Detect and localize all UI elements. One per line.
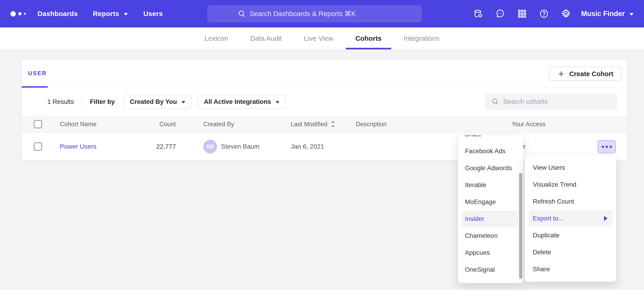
settings-icon[interactable] xyxy=(560,8,572,20)
submenu-item-onesignal[interactable]: OneSignal xyxy=(458,261,524,278)
results-count: 1 Results xyxy=(47,98,74,105)
last-modified-cell: Jan 6, 2021 xyxy=(291,133,324,160)
menu-item-refresh-count[interactable]: Refresh Count xyxy=(524,193,616,210)
submenu-scrollbar[interactable] xyxy=(519,173,522,279)
top-nav: Dashboards Reports Users xyxy=(0,0,644,28)
feedback-icon[interactable] xyxy=(494,8,506,20)
created-by-filter-label: Created By You xyxy=(130,98,177,105)
submenu-arrow-icon xyxy=(604,216,608,221)
integrations-filter-label: All Active Integrations xyxy=(204,98,271,105)
export-submenu-list: Braze Facebook Ads Google Adwords Iterab… xyxy=(458,135,524,278)
sort-icon[interactable] xyxy=(330,120,336,128)
export-submenu: Braze Facebook Ads Google Adwords Iterab… xyxy=(458,135,524,283)
search-icon xyxy=(491,98,499,105)
global-search-input[interactable] xyxy=(250,10,391,18)
search-icon xyxy=(238,10,246,18)
tab-live-view-label: Live View xyxy=(304,35,333,42)
menu-item-delete[interactable]: Delete xyxy=(524,244,616,261)
tab-lexicon-label: Lexicon xyxy=(204,35,228,42)
menu-item-view-users[interactable]: View Users xyxy=(524,159,616,176)
tab-user-cohorts[interactable]: USER xyxy=(28,70,46,77)
column-created-by[interactable]: Created By xyxy=(203,115,234,133)
tab-data-audit-label: Data Audit xyxy=(250,35,282,42)
created-by-name: Steven Baum xyxy=(221,143,260,150)
cohort-count: 22,777 xyxy=(124,133,176,160)
tab-integrations[interactable]: Integrations xyxy=(402,28,441,49)
column-count[interactable]: Count xyxy=(124,115,176,133)
logo-dot-large xyxy=(10,11,16,17)
submenu-item-google-adwords[interactable]: Google Adwords xyxy=(458,160,524,177)
nav-item-users-label: Users xyxy=(144,10,163,18)
help-icon[interactable] xyxy=(538,8,550,20)
more-dots-icon xyxy=(606,146,608,148)
global-search[interactable] xyxy=(207,5,422,22)
column-description[interactable]: Description xyxy=(356,115,387,133)
nav-item-dashboards-label: Dashboards xyxy=(38,10,78,18)
nav-item-reports-label: Reports xyxy=(93,10,119,18)
row-checkbox[interactable] xyxy=(34,142,42,151)
menu-item-export-to-label: Export to... xyxy=(533,215,564,222)
chevron-down-icon xyxy=(276,101,279,103)
create-cohort-label: Create Cohort xyxy=(569,70,614,78)
column-last-modified-label: Last Modified xyxy=(291,121,328,128)
logo-dot-medium xyxy=(18,12,22,15)
avatar: SB xyxy=(203,140,217,154)
more-dots-icon xyxy=(602,146,604,148)
submenu-item-appcues[interactable]: Appcues xyxy=(458,244,524,261)
cohort-search-input[interactable] xyxy=(503,98,604,105)
column-your-access[interactable]: Your Access xyxy=(512,115,546,133)
divider xyxy=(82,96,82,107)
submenu-item-moengage[interactable]: MoEngage xyxy=(458,194,524,210)
created-by-cell: SB Steven Baum xyxy=(203,133,260,160)
tab-live-view[interactable]: Live View xyxy=(302,28,334,49)
cohort-name-link[interactable]: Power Users xyxy=(60,143,96,150)
filter-by-label: Filter by xyxy=(90,98,115,105)
more-dots-icon xyxy=(610,146,612,148)
chevron-down-icon xyxy=(630,13,634,16)
nav-right-cluster: Music Finder xyxy=(462,0,634,28)
nav-item-dashboards[interactable]: Dashboards xyxy=(38,10,78,18)
create-cohort-button[interactable]: Create Cohort xyxy=(549,67,622,81)
submenu-item-chameleon[interactable]: Chameleon xyxy=(458,227,524,244)
integrations-filter-dropdown[interactable]: All Active Integrations xyxy=(198,95,286,109)
tab-integrations-label: Integrations xyxy=(404,35,440,42)
apps-grid-icon[interactable] xyxy=(516,8,528,20)
cohort-search[interactable] xyxy=(485,93,617,110)
mixpanel-dots-logo[interactable] xyxy=(10,11,36,17)
submenu-item-braze[interactable]: Braze xyxy=(458,135,524,143)
column-last-modified[interactable]: Last Modified xyxy=(291,115,336,133)
data-management-icon[interactable] xyxy=(472,8,484,20)
tab-cohorts[interactable]: Cohorts xyxy=(354,28,383,49)
submenu-item-insider[interactable]: Insider xyxy=(462,210,518,227)
submenu-item-iterable[interactable]: Iterable xyxy=(458,177,524,194)
menu-item-duplicate[interactable]: Duplicate xyxy=(524,227,616,244)
nav-item-users[interactable]: Users xyxy=(144,10,163,18)
menu-item-visualize-trend[interactable]: Visualize Trend xyxy=(524,176,616,193)
menu-item-export-to[interactable]: Export to... xyxy=(529,210,612,227)
created-by-filter-dropdown[interactable]: Created By You xyxy=(124,95,192,109)
nav-item-reports[interactable]: Reports xyxy=(93,10,128,18)
submenu-item-facebook-ads[interactable]: Facebook Ads xyxy=(458,143,524,160)
table-header: Cohort Name Count Created By Last Modifi… xyxy=(22,115,627,133)
row-context-menu: View Users Visualize Trend Refresh Count… xyxy=(524,156,616,282)
tab-data-audit[interactable]: Data Audit xyxy=(249,28,283,49)
row-more-actions-button[interactable] xyxy=(598,140,616,153)
chevron-down-icon xyxy=(124,13,128,16)
cohorts-card: USER Create Cohort 1 Results Filter by C… xyxy=(22,60,627,160)
section-tabs: Lexicon Data Audit Live View Cohorts Int… xyxy=(0,28,644,50)
project-switcher[interactable]: Music Finder xyxy=(581,10,634,18)
chevron-down-icon xyxy=(182,101,185,103)
logo-dot-small xyxy=(24,13,26,15)
tab-lexicon[interactable]: Lexicon xyxy=(203,28,229,49)
menu-item-share[interactable]: Share xyxy=(524,261,616,278)
project-name: Music Finder xyxy=(581,10,625,18)
select-all-checkbox[interactable] xyxy=(34,120,42,128)
plus-icon xyxy=(558,70,565,78)
column-cohort-name[interactable]: Cohort Name xyxy=(60,115,96,133)
tab-cohorts-label: Cohorts xyxy=(355,35,382,42)
